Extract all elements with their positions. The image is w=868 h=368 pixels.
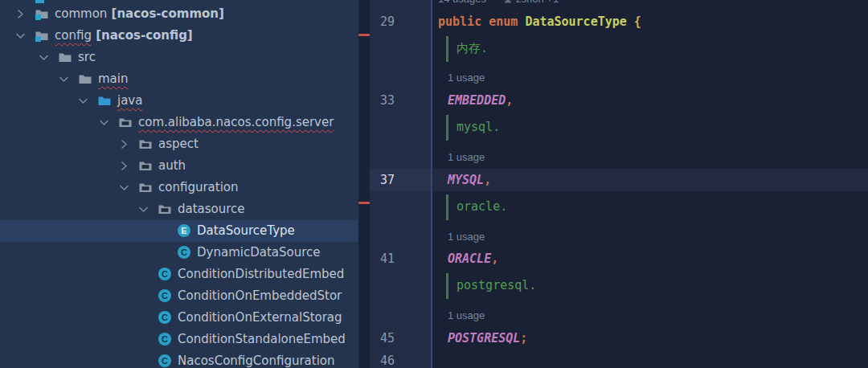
chevron-expanded-icon[interactable] bbox=[117, 181, 131, 194]
package-icon bbox=[138, 180, 153, 194]
code-token: EMBEDDED bbox=[448, 93, 506, 108]
tree-item-label: config [nacos-config] bbox=[55, 25, 193, 47]
chevron-expanded-icon[interactable] bbox=[57, 72, 71, 86]
tree-item-com-alibaba-nacos-config-server[interactable]: com.alibaba.nacos.config.server bbox=[0, 112, 358, 133]
code-line[interactable]: ORACLE, bbox=[432, 247, 868, 270]
doc-comment-line: mysql. bbox=[432, 119, 500, 136]
tree-item-java[interactable]: java bbox=[0, 90, 358, 112]
line-number[interactable]: 45 bbox=[370, 327, 395, 350]
line-number[interactable]: 37 bbox=[370, 169, 395, 191]
tree-item-common[interactable]: common [nacos-common] bbox=[0, 3, 358, 25]
usage-inlay[interactable]: 1 usage bbox=[448, 151, 485, 164]
editor-pane[interactable]: 14 usages zshon +1 29public enum DataSou… bbox=[370, 0, 868, 368]
line-number[interactable]: 41 bbox=[370, 247, 395, 270]
line-number[interactable]: 29 bbox=[370, 10, 395, 33]
panel-strip bbox=[358, 0, 370, 368]
tree-item-label: main bbox=[98, 68, 128, 90]
doc-comment-line: 内存. bbox=[432, 40, 488, 57]
code-token: ORACLE bbox=[448, 251, 491, 266]
usage-inlay[interactable]: 1 usage bbox=[448, 72, 485, 84]
tree-item-label: src bbox=[78, 47, 96, 68]
tree-item-dynamicdatasource[interactable]: CDynamicDataSource bbox=[0, 242, 358, 264]
doc-comment-bar bbox=[446, 36, 448, 62]
tree-item-label: auth bbox=[158, 155, 186, 177]
doc-comment-text: mysql. bbox=[457, 120, 500, 134]
doc-comment-bar bbox=[446, 273, 448, 299]
code-token: ; bbox=[520, 331, 527, 346]
tree-item-label: java bbox=[117, 90, 142, 112]
module-name-badge: [nacos-config] bbox=[92, 28, 193, 43]
tree-item-label: ConditionDistributedEmbed bbox=[178, 264, 344, 285]
tree-item-label: common [nacos-common] bbox=[55, 3, 224, 25]
class-icon: C bbox=[158, 310, 172, 325]
code-line[interactable]: MYSQL, bbox=[432, 169, 868, 191]
line-number[interactable]: 46 bbox=[370, 350, 395, 368]
code-token: , bbox=[484, 173, 491, 187]
code-token: public enum bbox=[438, 14, 525, 29]
tree-item-conditiononexternalstorag[interactable]: CConditionOnExternalStorag bbox=[0, 307, 358, 329]
tree-item-main[interactable]: main bbox=[0, 68, 358, 90]
folder-icon bbox=[78, 72, 92, 86]
doc-comment-line: postgresql. bbox=[432, 277, 536, 294]
author-inlay[interactable]: zshon +1 bbox=[516, 0, 559, 6]
chevron-collapsed-icon[interactable] bbox=[14, 7, 27, 21]
svg-text:C: C bbox=[162, 269, 168, 279]
chevron-expanded-icon[interactable] bbox=[137, 202, 150, 216]
tree-item-label: ConditionOnExternalStorag bbox=[178, 307, 342, 329]
tree-item-datasourcetype[interactable]: EDataSourceType bbox=[0, 220, 358, 242]
svg-text:C: C bbox=[162, 313, 168, 322]
chevron-expanded-icon[interactable] bbox=[76, 94, 90, 108]
error-stripe-mark bbox=[358, 34, 370, 36]
usages-inlay[interactable]: 14 usages bbox=[438, 0, 486, 6]
tree-item-auth[interactable]: auth bbox=[0, 155, 358, 177]
tree-item-label: NacosConfigConfiguration bbox=[178, 350, 335, 368]
chevron-collapsed-icon[interactable] bbox=[117, 159, 131, 173]
tree-item-label: configuration bbox=[158, 177, 239, 198]
class-icon: C bbox=[158, 267, 172, 281]
code-line[interactable]: POSTGRESQL; bbox=[432, 327, 868, 350]
doc-comment-bar bbox=[446, 115, 448, 141]
tree-item-nacosconfigconfiguration[interactable]: CNacosConfigConfiguration bbox=[0, 350, 358, 368]
doc-comment-text: oracle. bbox=[457, 199, 507, 214]
svg-text:C: C bbox=[162, 334, 168, 344]
tree-item-conditiondistributedembed[interactable]: CConditionDistributedEmbed bbox=[0, 264, 358, 285]
package-icon bbox=[138, 137, 153, 151]
tree-item-label: DynamicDataSource bbox=[197, 242, 321, 264]
code-vision-inlay[interactable]: 14 usages zshon +1 bbox=[438, 0, 559, 6]
chevron-expanded-icon[interactable] bbox=[37, 51, 51, 64]
class-icon: C bbox=[158, 288, 172, 303]
code-token: , bbox=[491, 251, 498, 266]
svg-text:E: E bbox=[181, 226, 186, 235]
usage-inlay[interactable]: 1 usage bbox=[448, 231, 485, 243]
chevron-expanded-icon[interactable] bbox=[97, 116, 111, 129]
line-number[interactable]: 33 bbox=[370, 89, 395, 112]
code-line[interactable]: EMBEDDED, bbox=[432, 89, 868, 112]
code-token: POSTGRESQL bbox=[448, 331, 520, 346]
svg-text:C: C bbox=[162, 356, 168, 366]
doc-comment-bar bbox=[446, 194, 448, 220]
error-stripe-mark bbox=[358, 202, 370, 204]
code-token: DataSourceType bbox=[525, 14, 633, 29]
tree-item-datasource[interactable]: datasource bbox=[0, 198, 358, 220]
tree-item-conditiononembeddedstor[interactable]: CConditionOnEmbeddedStor bbox=[0, 285, 358, 307]
tree-item-label: datasource bbox=[178, 198, 245, 220]
tree-item-label: ConditionOnEmbeddedStor bbox=[178, 285, 342, 307]
module-name-badge: [nacos-common] bbox=[107, 6, 224, 21]
tree-item-configuration[interactable]: configuration bbox=[0, 177, 358, 198]
tree-item-aspect[interactable]: aspect bbox=[0, 133, 358, 155]
tree-item-src[interactable]: src bbox=[0, 47, 358, 68]
tree-item-conditionstandaloneembed[interactable]: CConditionStandaloneEmbed bbox=[0, 329, 358, 350]
code-line[interactable]: public enum DataSourceType { bbox=[432, 10, 868, 33]
tree-item-label: ConditionStandaloneEmbed bbox=[178, 329, 346, 350]
tree-item-config[interactable]: config [nacos-config] bbox=[0, 25, 358, 47]
usage-inlay[interactable]: 1 usage bbox=[448, 309, 485, 322]
chevron-expanded-icon[interactable] bbox=[14, 29, 27, 43]
package-icon bbox=[118, 115, 133, 129]
doc-comment-text: postgresql. bbox=[457, 278, 536, 292]
chevron-collapsed-icon[interactable] bbox=[117, 137, 131, 151]
person-icon bbox=[504, 0, 512, 3]
code-token: , bbox=[506, 93, 513, 108]
tree-item-label: com.alibaba.nacos.config.server bbox=[138, 112, 334, 133]
package-icon bbox=[158, 202, 172, 216]
tree-item-label: aspect bbox=[158, 133, 199, 155]
